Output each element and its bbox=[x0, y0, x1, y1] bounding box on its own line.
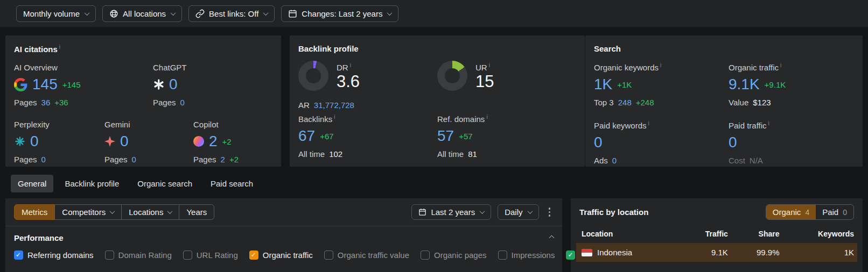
all-locations-dropdown[interactable]: All locations bbox=[102, 5, 182, 22]
ads-value[interactable]: 0 bbox=[612, 156, 617, 165]
ai-citations-title: AI citationsi bbox=[14, 44, 272, 54]
perplexity-pages[interactable]: 0 bbox=[41, 155, 46, 164]
locations-dropdown[interactable]: Locations bbox=[122, 204, 179, 220]
top3-value[interactable]: 248 bbox=[618, 98, 632, 107]
years-button[interactable]: Years bbox=[179, 204, 214, 220]
organic-traffic-value[interactable]: 9.1K bbox=[729, 77, 760, 92]
copilot-pages[interactable]: 2 bbox=[221, 155, 225, 164]
organic-keywords-delta: +1K bbox=[617, 80, 632, 89]
monthly-volume-dropdown[interactable]: Monthly volume bbox=[16, 5, 96, 22]
checkbox-icon bbox=[324, 250, 333, 260]
changes-range-dropdown[interactable]: Changes: Last 2 years bbox=[281, 5, 398, 22]
alltime-label: All time bbox=[298, 149, 325, 159]
info-icon[interactable]: i bbox=[660, 62, 661, 68]
competitors-dropdown[interactable]: Competitors bbox=[55, 204, 122, 220]
info-icon[interactable]: i bbox=[780, 62, 781, 68]
best-links-label: Best links: Off bbox=[209, 9, 258, 18]
info-icon[interactable]: i bbox=[486, 114, 487, 120]
checkbox-organic-pages[interactable]: Organic pages bbox=[421, 250, 487, 260]
location-name: Indonesia bbox=[597, 248, 632, 257]
info-icon[interactable]: i bbox=[334, 114, 335, 120]
checkbox-label: Organic traffic bbox=[263, 250, 313, 260]
organic-keywords-value[interactable]: 1K bbox=[594, 77, 612, 92]
paid-keywords-metric: Paid keywordsi 0 Ads0 bbox=[594, 120, 729, 165]
copilot-pages-delta: +2 bbox=[229, 155, 239, 164]
google-icon bbox=[14, 78, 27, 91]
granularity-dropdown[interactable]: Daily bbox=[498, 204, 538, 220]
copilot-value[interactable]: 2 bbox=[209, 134, 218, 149]
chatgpt-value[interactable]: 0 bbox=[169, 77, 178, 92]
gemini-pages[interactable]: 0 bbox=[132, 155, 136, 164]
checkbox-icon bbox=[105, 250, 114, 260]
info-icon[interactable]: i bbox=[350, 62, 351, 68]
best-links-dropdown[interactable]: Best links: Off bbox=[188, 5, 275, 22]
ar-line-spacer bbox=[437, 96, 576, 110]
col-keywords[interactable]: Keywords bbox=[783, 227, 857, 243]
organic-traffic-delta: +9.1K bbox=[765, 80, 786, 89]
info-icon[interactable]: i bbox=[768, 120, 769, 126]
col-location[interactable]: Location bbox=[576, 227, 680, 243]
paid-toggle-button[interactable]: Paid0 bbox=[816, 205, 853, 219]
organic-paid-toggle: Organic4 Paid0 bbox=[766, 204, 854, 220]
tab-organic-search[interactable]: Organic search bbox=[130, 175, 199, 192]
chatgpt-label: ChatGPT bbox=[153, 63, 272, 72]
alltime-label: All time bbox=[437, 149, 464, 159]
backlink-profile-panel: Backlink profile DRi 3.6 AR31,772,728 Ba… bbox=[290, 35, 585, 167]
checkbox-domain-rating[interactable]: Domain Rating bbox=[105, 250, 172, 260]
search-title: Search bbox=[594, 44, 854, 53]
info-icon[interactable]: i bbox=[489, 62, 490, 68]
metrics-button[interactable]: Metrics bbox=[14, 204, 55, 220]
link-icon bbox=[195, 9, 205, 18]
checkbox-label: URL Rating bbox=[197, 250, 238, 260]
location-table: Location Traffic Share Keywords Indonesi… bbox=[576, 227, 857, 262]
tab-backlink-profile[interactable]: Backlink profile bbox=[58, 175, 126, 192]
checkbox-referring-domains[interactable]: Referring domains bbox=[14, 250, 94, 260]
calendar-icon bbox=[418, 208, 426, 216]
all-locations-label: All locations bbox=[123, 9, 166, 18]
collapse-chevron-icon[interactable] bbox=[549, 235, 555, 241]
indonesia-flag-icon bbox=[582, 249, 592, 256]
ar-value[interactable]: 31,772,728 bbox=[314, 101, 354, 110]
col-traffic[interactable]: Traffic bbox=[680, 227, 731, 243]
col-share[interactable]: Share bbox=[731, 227, 783, 243]
dr-column: DRi 3.6 AR31,772,728 Backlinksi 67 +67 A… bbox=[298, 61, 437, 159]
table-row-indonesia[interactable]: Indonesia 9.1K 99.9% 1K bbox=[576, 243, 857, 262]
chatgpt-icon bbox=[153, 79, 164, 90]
backlinks-alltime: 102 bbox=[329, 149, 342, 159]
info-icon[interactable]: i bbox=[59, 44, 60, 50]
gemini-value[interactable]: 0 bbox=[120, 134, 129, 149]
ref-domains-alltime: 81 bbox=[468, 149, 477, 159]
ai-overview-value[interactable]: 145 bbox=[32, 77, 58, 92]
gemini-metric: Gemini 0 Pages0 bbox=[104, 120, 193, 164]
paid-keywords-value[interactable]: 0 bbox=[594, 135, 603, 150]
ref-domains-value[interactable]: 57 bbox=[437, 128, 454, 144]
perplexity-metric: Perplexity 0 Pages0 bbox=[14, 120, 104, 164]
date-range-dropdown[interactable]: Last 2 years bbox=[411, 204, 491, 220]
dr-gauge bbox=[298, 61, 328, 91]
backlinks-value[interactable]: 67 bbox=[298, 128, 315, 144]
info-icon[interactable]: i bbox=[648, 120, 649, 126]
paid-traffic-value[interactable]: 0 bbox=[729, 135, 737, 150]
checkbox-organic-traffic-value[interactable]: Organic traffic value bbox=[324, 250, 409, 260]
chevron-down-icon bbox=[171, 10, 176, 16]
gemini-label: Gemini bbox=[104, 120, 193, 129]
pages-label: Pages bbox=[14, 98, 37, 107]
pages-label: Pages bbox=[104, 155, 128, 164]
tab-paid-search[interactable]: Paid search bbox=[204, 175, 260, 192]
ai-overview-pages[interactable]: 36 bbox=[41, 98, 51, 107]
checkbox-url-rating[interactable]: URL Rating bbox=[183, 250, 238, 260]
tab-general[interactable]: General bbox=[11, 175, 53, 192]
more-options-button[interactable] bbox=[545, 205, 554, 219]
checkbox-organic-traffic[interactable]: Organic traffic bbox=[249, 250, 313, 260]
location-keywords[interactable]: 1K bbox=[783, 243, 857, 262]
ai-overview-pages-delta: +36 bbox=[54, 98, 68, 107]
chatgpt-metric: ChatGPT 0 Pages0 bbox=[153, 63, 272, 107]
dr-label: DRi bbox=[337, 63, 351, 72]
monthly-volume-label: Monthly volume bbox=[23, 9, 80, 18]
chatgpt-pages[interactable]: 0 bbox=[180, 98, 185, 107]
perplexity-value[interactable]: 0 bbox=[30, 134, 39, 149]
copilot-icon bbox=[193, 136, 204, 147]
organic-toggle-button[interactable]: Organic4 bbox=[766, 205, 816, 219]
chevron-down-icon bbox=[110, 209, 115, 214]
checkbox-impressions[interactable]: Impressions bbox=[498, 250, 555, 260]
